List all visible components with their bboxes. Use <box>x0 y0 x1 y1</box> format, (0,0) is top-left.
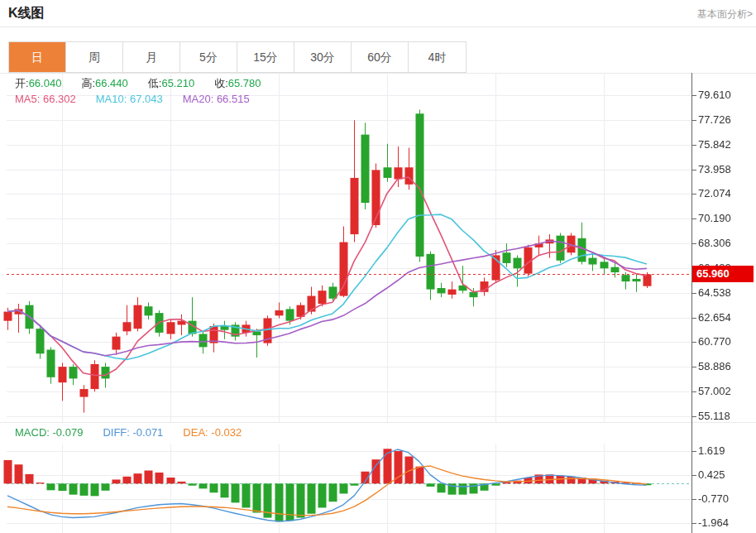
ma10-value: MA10: 67.043 <box>96 93 163 105</box>
y-axis-tick: 68.306 <box>698 236 731 251</box>
y-axis-tick: 73.958 <box>698 162 731 177</box>
tab-周[interactable]: 周 <box>66 42 123 72</box>
dea-value: DEA: -0.032 <box>183 426 242 439</box>
y-axis-tick: 0.425 <box>698 468 725 483</box>
high-value: 高:66.440 <box>81 76 127 91</box>
open-value: 开:66.040 <box>15 76 61 91</box>
y-axis-tick: 1.619 <box>698 444 725 459</box>
y-axis-tick: 60.770 <box>698 334 731 349</box>
low-value: 低:65.210 <box>148 76 194 91</box>
y-axis-tick: 55.118 <box>698 409 730 424</box>
macd-legend-row: MACD: -0.079 DIFF: -0.071 DEA: -0.032 <box>15 426 261 439</box>
y-axis-tick: 79.610 <box>698 88 731 103</box>
tab-15分[interactable]: 15分 <box>237 42 294 72</box>
y-axis-tick: -0.770 <box>698 492 729 507</box>
tab-5分[interactable]: 5分 <box>180 42 237 72</box>
period-tabs: 日周月5分15分30分60分4时 <box>8 41 467 73</box>
close-value: 收:65.780 <box>214 76 261 91</box>
tab-30分[interactable]: 30分 <box>294 42 352 72</box>
ma5-value: MA5: 66.302 <box>15 93 76 105</box>
tab-日[interactable]: 日 <box>9 42 66 72</box>
tab-4时[interactable]: 4时 <box>409 42 466 72</box>
y-axis-tick: 64.538 <box>698 286 731 300</box>
y-axis-tick: 70.190 <box>698 211 731 226</box>
macd-value: MACD: -0.079 <box>15 426 83 439</box>
fundamental-analysis-link[interactable]: 基本面分析> <box>697 7 753 22</box>
tab-60分[interactable]: 60分 <box>352 42 409 72</box>
y-axis-tick: 72.074 <box>698 186 731 201</box>
y-axis-tick: 75.842 <box>698 137 731 152</box>
diff-value: DIFF: -0.071 <box>103 426 163 439</box>
y-axis-tick: 57.002 <box>698 384 731 399</box>
y-axis-tick: 77.726 <box>698 113 731 127</box>
ohlc-row: 开:66.040 高:66.440 低:65.210 收:65.780 <box>15 76 281 91</box>
y-axis-tick: 58.886 <box>698 359 731 374</box>
kline-widget: K线图 基本面分析> 日周月5分15分30分60分4时 开:66.040 高:6… <box>0 0 756 533</box>
y-axis-tick: 62.654 <box>698 310 731 325</box>
ma-legend-row: MA5: 66.302 MA10: 67.043 MA20: 66.515 <box>15 93 270 105</box>
ma20-value: MA20: 66.515 <box>183 93 250 105</box>
widget-header: K线图 基本面分析> <box>0 0 756 27</box>
page-title: K线图 <box>8 5 45 22</box>
y-axis-tick: -1.964 <box>698 516 729 531</box>
tab-月[interactable]: 月 <box>123 42 180 72</box>
current-price-badge: 65.960 <box>692 266 754 282</box>
